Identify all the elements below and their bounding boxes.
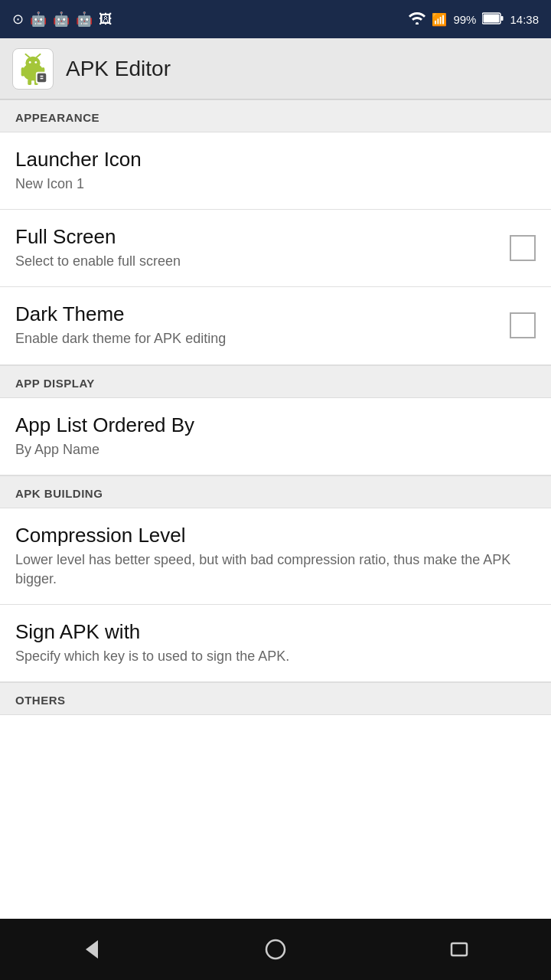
settings-item-full-screen[interactable]: Full Screen Select to enable full screen [0,210,551,287]
full-screen-text: Full Screen Select to enable full screen [15,225,497,271]
compression-level-text: Compression Level Lower level has better… [15,524,536,589]
svg-point-20 [266,940,285,959]
app-list-ordered-sublabel: By App Name [15,440,536,459]
status-bar: ⊙ 🤖 🤖 🤖 🖼 📶 99% 14:38 [0,0,551,38]
sign-apk-label: Sign APK with [15,620,536,644]
svg-rect-16 [37,73,47,82]
svg-rect-13 [28,79,31,85]
dark-theme-sublabel: Enable dark theme for APK editing [15,329,497,348]
settings-item-compression-level[interactable]: Compression Level Lower level has better… [0,508,551,605]
settings-item-app-list-ordered[interactable]: App List Ordered By By App Name [0,398,551,475]
settings-item-sign-apk[interactable]: Sign APK with Specify which key is to us… [0,605,551,682]
svg-rect-3 [484,14,500,22]
app-bar: APK Editor [0,38,551,100]
face-icon-1: 🤖 [30,11,47,28]
compression-level-sublabel: Lower level has better speed, but with b… [15,550,536,589]
svg-rect-11 [21,67,24,76]
svg-point-8 [34,60,37,63]
home-button[interactable] [253,926,298,972]
section-header-others: OTHERS [0,682,551,715]
launcher-icon-label: Launcher Icon [15,148,536,172]
launcher-icon-text: Launcher Icon New Icon 1 [15,148,536,194]
image-icon: 🖼 [99,11,112,28]
svg-rect-2 [501,16,504,21]
full-screen-sublabel: Select to enable full screen [15,252,497,271]
app-icon [12,48,54,90]
compression-level-label: Compression Level [15,524,536,547]
svg-point-0 [416,22,419,24]
section-header-appearance: APPEARANCE [0,100,551,132]
dark-theme-checkbox[interactable] [510,312,536,338]
full-screen-label: Full Screen [15,225,497,249]
back-button[interactable] [69,926,115,972]
section-header-apk-building: APK BUILDING [0,475,551,508]
full-screen-checkbox[interactable] [510,235,536,261]
face-icon-3: 🤖 [76,11,93,28]
dark-theme-text: Dark Theme Enable dark theme for APK edi… [15,302,497,348]
launcher-icon-sublabel: New Icon 1 [15,175,536,194]
svg-point-7 [29,60,31,63]
svg-marker-19 [86,940,98,959]
settings-content: APPEARANCE Launcher Icon New Icon 1 Full… [0,100,551,919]
sign-apk-sublabel: Specify which key is to used to sign the… [15,647,536,666]
status-right-info: 📶 99% 14:38 [409,12,539,27]
svg-rect-21 [452,943,467,956]
wifi-icon [409,12,425,27]
app-title: APK Editor [66,57,171,81]
battery-icon [482,12,504,27]
face-icon-2: 🤖 [53,11,70,28]
app-list-ordered-label: App List Ordered By [15,413,536,437]
dark-theme-label: Dark Theme [15,302,497,326]
status-left-icons: ⊙ 🤖 🤖 🤖 🖼 [12,11,112,28]
bottom-nav [0,919,551,980]
settings-item-dark-theme[interactable]: Dark Theme Enable dark theme for APK edi… [0,287,551,364]
circle-icon: ⊙ [12,11,24,28]
svg-point-6 [25,56,40,69]
sim-icon: 📶 [432,12,447,27]
app-list-ordered-text: App List Ordered By By App Name [15,413,536,459]
sign-apk-text: Sign APK with Specify which key is to us… [15,620,536,666]
settings-item-launcher-icon[interactable]: Launcher Icon New Icon 1 [0,132,551,210]
battery-text: 99% [453,13,476,26]
recents-button[interactable] [436,926,482,972]
time-display: 14:38 [510,13,539,26]
section-header-app-display: APP DISPLAY [0,365,551,398]
